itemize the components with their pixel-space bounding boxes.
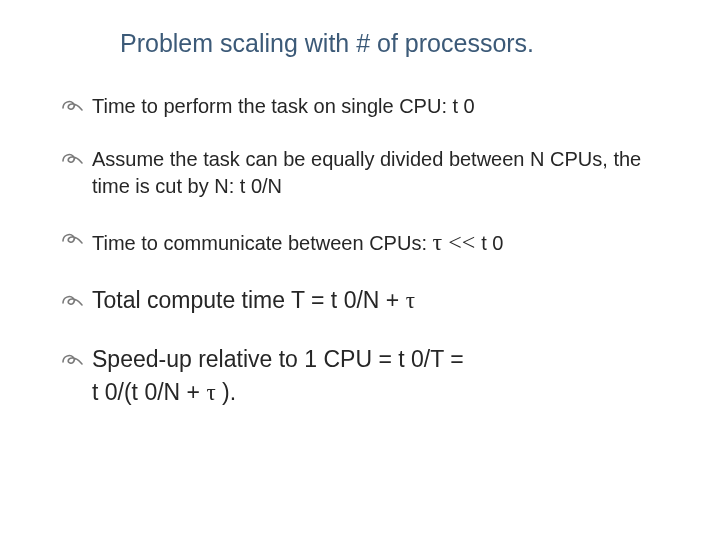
swirl-icon: [60, 95, 84, 115]
tau-symbol: τ: [406, 288, 415, 313]
bullet-1: Time to perform the task on single CPU: …: [62, 93, 670, 120]
bullet-3-pre: Time to communicate between CPUs:: [92, 232, 433, 254]
bullet-5-line2-post: ).: [216, 379, 236, 405]
tau-symbol: τ: [433, 229, 443, 255]
bullet-1-text: Time to perform the task on single CPU: …: [92, 95, 475, 117]
slide: Problem scaling with # of processors. Ti…: [0, 0, 720, 540]
much-less-symbol: <<: [442, 229, 481, 255]
bullet-3: Time to communicate between CPUs: τ << t…: [62, 226, 670, 258]
swirl-icon: [60, 346, 84, 366]
swirl-icon: [60, 148, 84, 168]
bullet-4-pre: Total compute time T = t 0/N +: [92, 287, 406, 313]
bullet-2: Assume the task can be equally divided b…: [62, 146, 670, 200]
swirl-icon: [60, 287, 84, 307]
bullet-4: Total compute time T = t 0/N + τ: [62, 285, 670, 316]
bullet-3-post: t 0: [481, 232, 503, 254]
bullet-2-text: Assume the task can be equally divided b…: [92, 148, 641, 197]
slide-title: Problem scaling with # of processors.: [120, 28, 670, 59]
bullet-5: Speed-up relative to 1 CPU = t 0/T = t 0…: [62, 344, 670, 408]
bullet-5-line2: t 0/(t 0/N + τ ).: [92, 377, 670, 408]
bullet-5-line1: Speed-up relative to 1 CPU = t 0/T =: [92, 346, 464, 372]
bullet-5-line2-pre: t 0/(t 0/N +: [92, 379, 206, 405]
tau-symbol: τ: [206, 380, 215, 405]
bullet-list: Time to perform the task on single CPU: …: [62, 93, 670, 408]
swirl-icon: [60, 228, 84, 248]
